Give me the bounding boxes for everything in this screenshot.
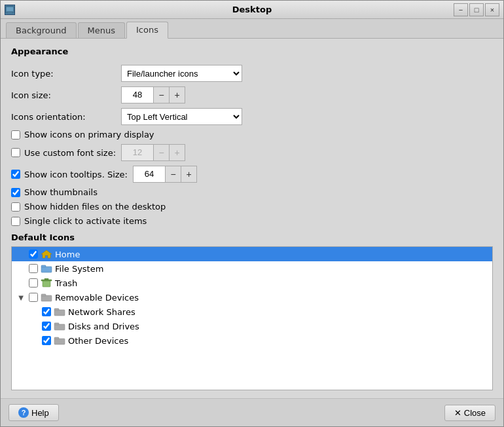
removable-checkbox[interactable] — [29, 293, 38, 302]
app-icon — [5, 5, 15, 15]
tooltip-size-decrease-button[interactable]: − — [165, 166, 181, 182]
single-click-checkbox[interactable] — [11, 217, 20, 226]
removable-label: Removable Devices — [55, 293, 139, 303]
show-hidden-checkbox[interactable] — [11, 202, 20, 212]
help-button[interactable]: ? Help — [9, 404, 59, 421]
disks-expander — [29, 323, 39, 330]
other-folder-icon — [54, 335, 65, 346]
disks-checkbox[interactable] — [42, 322, 51, 331]
trash-label: Trash — [55, 278, 77, 288]
svg-rect-13 — [54, 324, 65, 330]
icons-orientation-select[interactable]: Top Left Vertical Top Right Vertical Bot… — [121, 108, 242, 125]
svg-rect-12 — [54, 308, 59, 310]
other-expander — [29, 337, 39, 344]
filesystem-folder-icon — [41, 263, 52, 274]
network-checkbox[interactable] — [42, 307, 51, 316]
use-custom-font-checkbox[interactable] — [11, 148, 20, 157]
tree-item-trash[interactable]: Trash — [12, 276, 492, 290]
show-hidden-row: Show hidden files on the desktop — [11, 202, 493, 212]
svg-rect-9 — [41, 295, 52, 301]
svg-rect-15 — [54, 339, 65, 344]
svg-rect-11 — [54, 310, 65, 316]
trash-checkbox[interactable] — [29, 278, 38, 288]
svg-rect-1 — [6, 11, 14, 12]
icons-orientation-label: Icons orientation: — [11, 112, 116, 122]
trash-icon — [41, 278, 52, 288]
svg-rect-2 — [8, 12, 12, 14]
maximize-button[interactable]: □ — [469, 3, 484, 16]
close-icon: ✕ — [454, 408, 461, 418]
filesystem-label: File System — [55, 264, 103, 274]
close-button[interactable]: ✕ Close — [444, 405, 495, 421]
network-folder-icon — [54, 306, 65, 317]
show-icons-primary-checkbox[interactable] — [11, 130, 20, 139]
network-label: Network Shares — [68, 307, 135, 317]
show-icons-primary-row: Show icons on primary display — [11, 130, 493, 139]
icon-size-spinner: 48 − + — [121, 86, 185, 103]
icon-size-input[interactable]: 48 — [122, 87, 153, 103]
show-thumbnails-row: Show thumbnails — [11, 187, 493, 197]
filesystem-checkbox[interactable] — [29, 264, 38, 273]
tooltip-size-input[interactable]: 64 — [134, 166, 165, 182]
tree-item-home[interactable]: Home — [12, 247, 492, 261]
single-click-label[interactable]: Single click to activate items — [24, 216, 147, 226]
show-hidden-label[interactable]: Show hidden files on the desktop — [24, 202, 166, 212]
icon-size-row: Icon size: 48 − + — [11, 86, 493, 103]
minimize-button[interactable]: − — [454, 3, 468, 16]
appearance-title: Appearance — [11, 46, 493, 56]
tree-item-other[interactable]: Other Devices — [12, 333, 492, 348]
default-icons-section: Default Icons Home — [11, 232, 493, 390]
show-icons-primary-label[interactable]: Show icons on primary display — [24, 130, 154, 139]
icon-type-row: Icon type: File/launcher icons Minimalis… — [11, 65, 493, 82]
icon-size-increase-button[interactable]: + — [169, 87, 185, 103]
show-tooltips-checkbox[interactable] — [11, 170, 20, 179]
default-icons-title: Default Icons — [11, 232, 493, 242]
show-thumbnails-checkbox[interactable] — [11, 188, 20, 197]
custom-font-size-input: 12 — [122, 145, 153, 160]
icon-size-decrease-button[interactable]: − — [153, 87, 169, 103]
tab-menus[interactable]: Menus — [78, 22, 125, 38]
tree-item-disks[interactable]: Disks and Drives — [12, 319, 492, 333]
titlebar-left — [5, 5, 15, 15]
trash-expander — [16, 280, 26, 287]
disks-label: Disks and Drives — [68, 322, 139, 331]
show-tooltips-label[interactable]: Show icon tooltips. Size: — [24, 170, 128, 179]
home-folder-icon — [41, 249, 52, 259]
tooltips-row: Show icon tooltips. Size: 64 − + — [11, 166, 493, 183]
close-window-button[interactable]: × — [485, 3, 499, 16]
home-expander — [16, 251, 26, 258]
icon-type-label: Icon type: — [11, 69, 116, 79]
main-content: Appearance Icon type: File/launcher icon… — [1, 39, 503, 398]
other-label: Other Devices — [68, 336, 128, 346]
tree-item-removable[interactable]: ▼ Removable Devices — [12, 290, 492, 305]
svg-rect-4 — [41, 267, 52, 272]
svg-rect-14 — [54, 323, 59, 325]
other-checkbox[interactable] — [42, 336, 51, 345]
tab-background[interactable]: Background — [6, 22, 77, 38]
custom-font-row: Use custom font size: 12 − + — [11, 144, 493, 161]
use-custom-font-label[interactable]: Use custom font size: — [24, 148, 116, 158]
filesystem-expander — [16, 265, 26, 272]
tab-icons[interactable]: Icons — [126, 22, 168, 39]
window-controls: − □ × — [454, 3, 499, 16]
custom-font-increase-button: + — [169, 145, 185, 160]
removable-expander[interactable]: ▼ — [16, 294, 26, 301]
tooltip-size-increase-button[interactable]: + — [181, 166, 196, 182]
svg-rect-8 — [45, 278, 48, 280]
show-thumbnails-label[interactable]: Show thumbnails — [24, 187, 98, 197]
disks-folder-icon — [54, 321, 65, 331]
svg-rect-10 — [41, 294, 46, 296]
home-label: Home — [55, 250, 80, 259]
icons-orientation-row: Icons orientation: Top Left Vertical Top… — [11, 108, 493, 125]
footer: ? Help ✕ Close — [1, 398, 503, 426]
icon-size-label: Icon size: — [11, 90, 116, 100]
custom-font-size-spinner: 12 − + — [121, 144, 185, 161]
custom-font-checkbox-row: Use custom font size: — [11, 148, 116, 158]
window-title: Desktop — [0, 5, 504, 14]
home-checkbox[interactable] — [29, 250, 38, 259]
icon-type-select[interactable]: File/launcher icons Minimalistic icons F… — [121, 65, 242, 82]
default-icons-tree[interactable]: Home File System — [11, 246, 493, 390]
help-icon: ? — [18, 407, 29, 418]
tree-item-network[interactable]: Network Shares — [12, 305, 492, 319]
tree-item-filesystem[interactable]: File System — [12, 261, 492, 276]
